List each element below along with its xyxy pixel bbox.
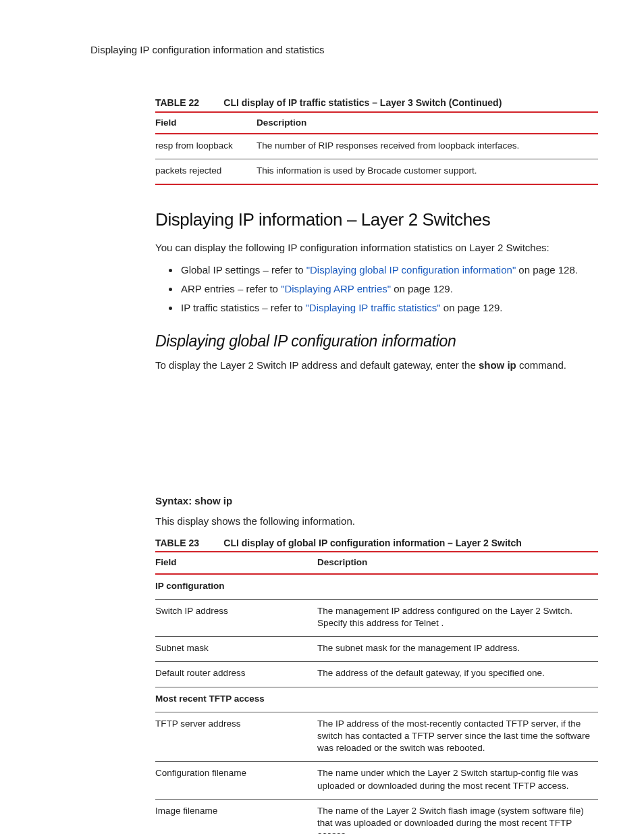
table-row: Configuration filename The name under wh… [155,762,598,799]
subsection-heading: Displaying global IP configuration infor… [155,331,598,352]
bullet-pre: Global IP settings – refer to [181,264,306,276]
para-pre: To display the Layer 2 Switch IP address… [155,359,479,371]
table23-label: TABLE 23 [155,538,199,548]
table-row: TFTP server address The IP address of th… [155,712,598,762]
table-cell-desc: The subnet mask for the management IP ad… [317,637,598,662]
table22-label: TABLE 22 [155,97,199,108]
table23-caption: TABLE 23 CLI display of global IP config… [155,536,598,550]
table-cell-field: Switch IP address [155,599,317,636]
page: Displaying IP configuration information … [0,0,644,834]
table-row: resp from loopback The number of RIP res… [155,134,598,159]
table22: Field Description resp from loopback The… [155,111,598,186]
table-cell-field: Default router address [155,662,317,687]
table-cell-desc [317,687,598,712]
syntax-line: Syntax: show ip [155,494,598,508]
section-heading: Displaying IP information – Layer 2 Swit… [155,208,598,232]
list-item: Global IP settings – refer to "Displayin… [180,263,598,277]
table-cell-desc: The number of RIP responses received fro… [257,134,598,159]
bullet-post: on page 128. [516,264,578,276]
table-row: Image filename The name of the Layer 2 S… [155,799,598,834]
table-cell-desc: The name of the Layer 2 Switch flash ima… [317,799,598,834]
table-cell-field: TFTP server address [155,712,317,762]
table-row: packets rejected This information is use… [155,159,598,184]
table22-title: CLI display of IP traffic statistics – L… [223,97,502,108]
table-cell-desc: This information is used by Brocade cust… [257,159,598,184]
list-item: ARP entries – refer to "Displaying ARP e… [180,282,598,296]
after-syntax: This display shows the following informa… [155,515,598,528]
running-head: Displaying IP configuration information … [90,43,598,57]
table-cell-field: resp from loopback [155,134,257,159]
cross-ref-link[interactable]: "Displaying global IP configuration info… [306,264,516,276]
table22-head-field: Field [155,112,257,134]
table23: Field Description IP configuration Switc… [155,551,598,834]
table-section-cell: IP configuration [155,574,317,600]
table23-title: CLI display of global IP configuration i… [223,538,522,548]
cross-ref-link[interactable]: "Displaying IP traffic statistics" [306,302,441,313]
bullet-post: on page 129. [391,283,453,294]
syntax-cmd: show ip [192,495,232,506]
bullet-list: Global IP settings – refer to "Displayin… [155,263,598,315]
table-cell-desc: The IP address of the most-recently cont… [317,712,598,762]
table-cell-desc: The management IP address configured on … [317,599,598,636]
bullet-post: on page 129. [441,302,503,313]
table-row: IP configuration [155,574,598,600]
table23-head-field: Field [155,552,317,573]
command-text: show ip [479,359,516,371]
table22-caption: TABLE 22 CLI display of IP traffic stati… [155,96,598,109]
para-post: command. [516,359,566,371]
table23-head-desc: Description [317,552,598,573]
table-row: Switch IP address The management IP addr… [155,599,598,636]
table-cell-desc: The name under which the Layer 2 Switch … [317,762,598,799]
table-row: Default router address The address of th… [155,662,598,687]
table22-head-desc: Description [257,112,598,134]
cross-ref-link[interactable]: "Displaying ARP entries" [281,283,391,294]
bullet-pre: IP traffic statistics – refer to [181,302,306,313]
section-intro: You can display the following IP configu… [155,241,598,255]
table-cell-desc: The address of the default gateway, if y… [317,662,598,687]
table-cell-field: packets rejected [155,159,257,184]
table-row: Subnet mask The subnet mask for the mana… [155,637,598,662]
table-cell-field: Configuration filename [155,762,317,799]
table-cell-field: Image filename [155,799,317,834]
subsection-para: To display the Layer 2 Switch IP address… [155,359,598,372]
table-cell-desc [317,574,598,600]
table-row: Most recent TFTP access [155,687,598,712]
bullet-pre: ARP entries – refer to [181,283,281,294]
table-cell-field: Subnet mask [155,637,317,662]
syntax-label: Syntax: [155,495,192,506]
list-item: IP traffic statistics – refer to "Displa… [180,301,598,315]
table-section-cell: Most recent TFTP access [155,687,317,712]
